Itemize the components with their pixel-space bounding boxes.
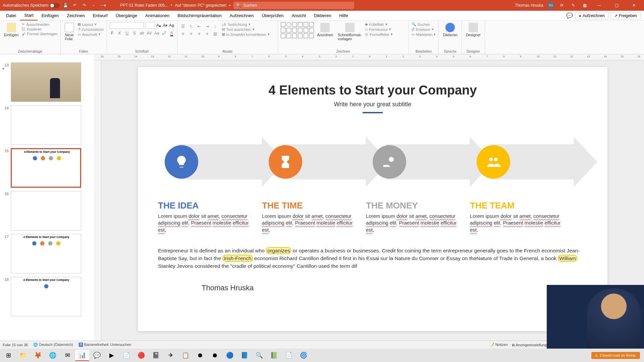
team-circle[interactable]	[477, 145, 510, 179]
tab-uebergaenge[interactable]: Übergänge	[112, 11, 141, 20]
slide-paragraph[interactable]: Entrepreneur It is defined as an individ…	[158, 247, 587, 270]
smartart-button[interactable]: ▦ In SmartArt konvertieren ▾	[222, 32, 270, 37]
replace-button[interactable]: ⇄ Ersetzen ▾	[412, 27, 436, 32]
minimize-button[interactable]: —	[592, 0, 606, 11]
clear-format-icon[interactable]: Aφ	[169, 22, 174, 28]
designer-button[interactable]: Designer	[465, 22, 482, 38]
element-title-time[interactable]: THE TIME	[262, 200, 359, 211]
increase-font-icon[interactable]: A▴	[156, 22, 161, 28]
spacing-icon[interactable]: AV	[147, 30, 152, 36]
tab-zeichnen[interactable]: Zeichnen	[63, 11, 89, 20]
redo-icon[interactable]: ↷	[80, 2, 88, 9]
time-circle[interactable]	[269, 145, 302, 179]
align-right-icon[interactable]: ≡	[196, 31, 202, 37]
slide-author[interactable]: Thomas Hruska	[158, 284, 587, 292]
taskbar-app-8[interactable]: 📄	[282, 350, 296, 361]
tab-animationen[interactable]: Animationen	[141, 11, 173, 20]
slide-title[interactable]: 4 Elements to Start your Company	[158, 83, 587, 98]
money-circle[interactable]	[373, 145, 406, 179]
copy-button[interactable]: ⿻ Kopieren	[22, 27, 57, 31]
tab-entwurf[interactable]: Entwurf	[89, 11, 112, 20]
decrease-font-icon[interactable]: A▾	[163, 22, 168, 28]
underline-icon[interactable]: U	[124, 30, 130, 36]
slide-thumb-14[interactable]	[11, 105, 81, 145]
taskbar-excel[interactable]: 📗	[267, 350, 281, 361]
highlight-icon[interactable]: 🖍	[161, 30, 167, 36]
tab-einfuegen[interactable]: Einfügen	[38, 11, 63, 20]
taskbar-app-1[interactable]: 💬	[90, 350, 104, 361]
align-text-button[interactable]: ▤ Text ausrichten ▾	[222, 27, 270, 32]
search-box[interactable]: 🔍 Suchen	[233, 2, 354, 9]
taskbar-telegram[interactable]: ✈	[164, 350, 178, 361]
strike-icon[interactable]: S	[132, 30, 137, 36]
shape-fill-button[interactable]: ◆ Fülleffekt ▾	[365, 22, 393, 26]
close-button[interactable]: ✕	[627, 0, 641, 11]
align-center-icon[interactable]: ≡	[188, 31, 194, 37]
taskbar-edge[interactable]: 🌀	[297, 350, 311, 361]
taskbar-app-2[interactable]: 📄	[119, 350, 133, 361]
element-title-money[interactable]: THE MONEY	[366, 200, 463, 211]
bold-icon[interactable]: F	[110, 30, 115, 36]
quickformat-button[interactable]: Schnellformat- vorlagen	[336, 22, 363, 42]
language-indicator[interactable]: 🌐 Deutsch (Österreich)	[33, 343, 73, 347]
outdent-icon[interactable]: ⇤	[196, 23, 202, 29]
slide-thumb-17[interactable]: 4 Elements to Start your Company	[11, 234, 81, 274]
element-title-team[interactable]: THE TEAM	[470, 200, 567, 211]
share-button[interactable]: ↗Freigeben	[610, 12, 641, 19]
shapes-gallery[interactable]	[281, 22, 314, 38]
record-button[interactable]: ●Aufzeichnen	[575, 12, 608, 19]
element-body-time[interactable]: Lorem ipsum dolor sit amet, consectetur …	[262, 213, 359, 233]
layout-button[interactable]: ▦ Layout ▾	[77, 22, 104, 26]
taskbar-vlc[interactable]: ▶	[105, 350, 119, 361]
justify-icon[interactable]: ≡	[204, 31, 210, 37]
taskbar-explorer[interactable]: 📁	[16, 350, 30, 361]
format-painter-button[interactable]: 🖌 Format übertragen	[22, 32, 57, 36]
slideshow-start-icon[interactable]: ▫	[90, 2, 97, 9]
bullets-icon[interactable]: ☰	[180, 23, 186, 29]
shadow-icon[interactable]: ab	[139, 30, 145, 36]
slide-subtitle[interactable]: Write here your great subtitle	[158, 101, 587, 108]
element-body-money[interactable]: Lorem ipsum dolor sit amet, consectetur …	[366, 213, 463, 233]
saved-location[interactable]: Auf "diesem PC" gespeichert	[175, 3, 226, 8]
slide-thumb-18[interactable]: 4 Elements to Start your Company	[11, 277, 81, 316]
shape-effects-button[interactable]: ◎ Formeffekte ▾	[365, 32, 393, 37]
tab-aufzeichnen[interactable]: Aufzeichnen	[226, 11, 258, 20]
section-button[interactable]: ▭ Abschnitt ▾	[77, 32, 104, 37]
slide-thumb-15[interactable]: 4 Elements to Start your Company	[11, 148, 81, 188]
taskbar-app-4[interactable]: 📋	[178, 350, 193, 361]
save-icon[interactable]: 💾	[62, 2, 69, 9]
accessibility-check[interactable]: ♿ Barrierefreiheit: Untersuchen	[78, 343, 131, 347]
columns-icon[interactable]: ▥	[212, 31, 218, 37]
taskbar-app-6[interactable]: 🔵	[223, 350, 237, 361]
taskbar-chrome[interactable]: 🌐	[46, 350, 60, 361]
linespacing-icon[interactable]: ↕	[212, 23, 218, 29]
slide-thumb-16[interactable]	[11, 191, 81, 231]
tab-datei[interactable]: Datei	[2, 11, 20, 20]
slide-thumbnails-panel[interactable]: 13★ 14 15 4 Elements to Start your Compa…	[0, 60, 94, 341]
element-title-idea[interactable]: THE IDEA	[158, 200, 255, 211]
idea-circle[interactable]	[165, 145, 198, 179]
undo-icon[interactable]: ↶	[71, 2, 78, 9]
tab-diktieren[interactable]: Diktieren	[310, 11, 335, 20]
tab-start[interactable]: Start	[20, 11, 37, 20]
new-slide-button[interactable]: Neue Folie	[63, 22, 75, 42]
reset-button[interactable]: ↺ Zurücksetzen	[77, 27, 104, 32]
taskbar-app-7[interactable]: 🔍	[252, 350, 266, 361]
select-button[interactable]: ▭ Markieren ▾	[412, 32, 436, 37]
taskbar-word[interactable]: 📘	[237, 350, 252, 361]
tab-hilfe[interactable]: Hilfe	[335, 11, 352, 20]
paste-button[interactable]: Einfügen	[3, 22, 20, 38]
find-button[interactable]: 🔍 Suchen	[412, 22, 436, 26]
taskbar-app-5[interactable]: ⏺	[208, 350, 222, 361]
notes-toggle[interactable]: 📝 Notizen	[490, 343, 508, 347]
user-avatar[interactable]: TH	[547, 2, 554, 9]
shape-outline-button[interactable]: ◇ Formkontur ▾	[365, 27, 393, 32]
text-direction-button[interactable]: ↕A Textrichtung ▾	[222, 22, 270, 26]
autosave-toggle[interactable]: Automatisches Speichern	[3, 3, 60, 8]
qat-more-icon[interactable]: ⋯▾	[99, 2, 107, 9]
font-name-input[interactable]	[110, 22, 144, 29]
display-settings[interactable]: 🖥 Anzeigeeinstellungen	[511, 343, 551, 347]
cut-button[interactable]: ✂ Ausschneiden	[22, 22, 57, 26]
slide-content[interactable]: 4 Elements to Start your Company Write h…	[138, 67, 607, 331]
font-size-input[interactable]	[145, 22, 155, 29]
